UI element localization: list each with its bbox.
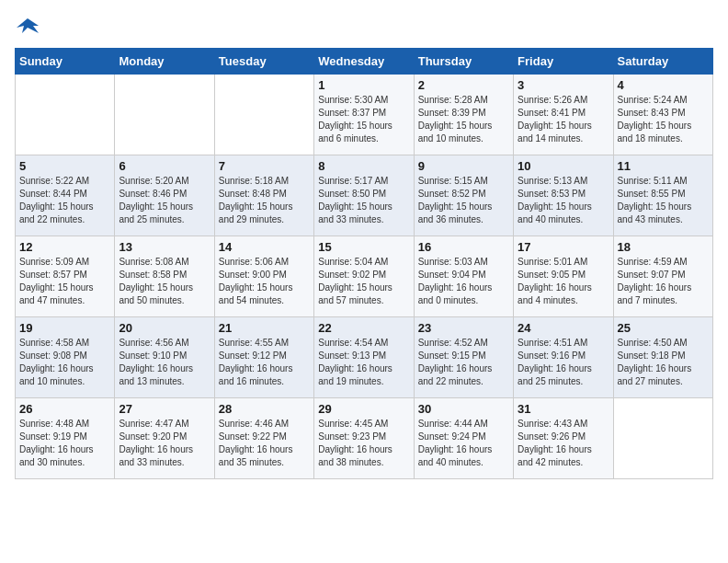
calendar-cell: 1Sunrise: 5:30 AM Sunset: 8:37 PM Daylig…	[314, 75, 414, 155]
day-number: 11	[618, 159, 709, 173]
col-header-tuesday: Tuesday	[214, 49, 313, 75]
day-info: Sunrise: 5:04 AM Sunset: 9:02 PM Dayligh…	[318, 256, 409, 307]
day-info: Sunrise: 4:55 AM Sunset: 9:12 PM Dayligh…	[219, 337, 310, 388]
day-info: Sunrise: 5:24 AM Sunset: 8:43 PM Dayligh…	[618, 94, 709, 145]
day-number: 26	[19, 402, 110, 416]
day-info: Sunrise: 5:22 AM Sunset: 8:44 PM Dayligh…	[19, 175, 110, 226]
day-number: 6	[119, 159, 210, 173]
day-info: Sunrise: 4:52 AM Sunset: 9:15 PM Dayligh…	[418, 337, 509, 388]
day-number: 22	[318, 321, 409, 335]
calendar-cell: 8Sunrise: 5:17 AM Sunset: 8:50 PM Daylig…	[314, 155, 414, 236]
day-number: 21	[219, 321, 310, 335]
col-header-wednesday: Wednesday	[314, 49, 414, 75]
day-info: Sunrise: 5:18 AM Sunset: 8:48 PM Dayligh…	[219, 175, 310, 226]
week-row: 26Sunrise: 4:48 AM Sunset: 9:19 PM Dayli…	[16, 398, 713, 479]
logo-bird-icon	[15, 15, 40, 40]
day-info: Sunrise: 4:45 AM Sunset: 9:23 PM Dayligh…	[318, 418, 409, 469]
calendar-cell: 11Sunrise: 5:11 AM Sunset: 8:55 PM Dayli…	[613, 155, 712, 236]
calendar-cell: 5Sunrise: 5:22 AM Sunset: 8:44 PM Daylig…	[16, 155, 115, 236]
calendar-cell: 24Sunrise: 4:51 AM Sunset: 9:16 PM Dayli…	[514, 317, 613, 398]
calendar-cell: 21Sunrise: 4:55 AM Sunset: 9:12 PM Dayli…	[214, 317, 313, 398]
day-info: Sunrise: 5:15 AM Sunset: 8:52 PM Dayligh…	[418, 175, 509, 226]
calendar-cell: 30Sunrise: 4:44 AM Sunset: 9:24 PM Dayli…	[414, 398, 513, 479]
calendar-cell	[214, 75, 313, 155]
calendar-cell: 13Sunrise: 5:08 AM Sunset: 8:58 PM Dayli…	[115, 236, 214, 317]
day-number: 17	[518, 240, 609, 254]
calendar-cell: 7Sunrise: 5:18 AM Sunset: 8:48 PM Daylig…	[214, 155, 313, 236]
day-number: 7	[219, 159, 310, 173]
day-number: 3	[518, 78, 609, 92]
day-info: Sunrise: 5:11 AM Sunset: 8:55 PM Dayligh…	[618, 175, 709, 226]
col-header-sunday: Sunday	[16, 49, 115, 75]
day-info: Sunrise: 4:46 AM Sunset: 9:22 PM Dayligh…	[219, 418, 310, 469]
day-info: Sunrise: 4:58 AM Sunset: 9:08 PM Dayligh…	[19, 337, 110, 388]
col-header-saturday: Saturday	[613, 49, 712, 75]
day-number: 20	[119, 321, 210, 335]
calendar-cell: 14Sunrise: 5:06 AM Sunset: 9:00 PM Dayli…	[214, 236, 313, 317]
day-info: Sunrise: 5:20 AM Sunset: 8:46 PM Dayligh…	[119, 175, 210, 226]
header-row: SundayMondayTuesdayWednesdayThursdayFrid…	[16, 49, 713, 75]
day-info: Sunrise: 5:08 AM Sunset: 8:58 PM Dayligh…	[119, 256, 210, 307]
day-info: Sunrise: 4:56 AM Sunset: 9:10 PM Dayligh…	[119, 337, 210, 388]
day-number: 2	[418, 78, 509, 92]
day-info: Sunrise: 4:48 AM Sunset: 9:19 PM Dayligh…	[19, 418, 110, 469]
calendar-cell: 25Sunrise: 4:50 AM Sunset: 9:18 PM Dayli…	[613, 317, 712, 398]
calendar-cell: 29Sunrise: 4:45 AM Sunset: 9:23 PM Dayli…	[314, 398, 414, 479]
day-info: Sunrise: 5:30 AM Sunset: 8:37 PM Dayligh…	[318, 94, 409, 145]
calendar-cell: 26Sunrise: 4:48 AM Sunset: 9:19 PM Dayli…	[16, 398, 115, 479]
day-info: Sunrise: 5:01 AM Sunset: 9:05 PM Dayligh…	[518, 256, 609, 307]
week-row: 5Sunrise: 5:22 AM Sunset: 8:44 PM Daylig…	[16, 155, 713, 236]
day-number: 23	[418, 321, 509, 335]
day-number: 4	[618, 78, 709, 92]
day-number: 16	[418, 240, 509, 254]
day-info: Sunrise: 4:50 AM Sunset: 9:18 PM Dayligh…	[618, 337, 709, 388]
calendar-cell: 28Sunrise: 4:46 AM Sunset: 9:22 PM Dayli…	[214, 398, 313, 479]
calendar-cell: 23Sunrise: 4:52 AM Sunset: 9:15 PM Dayli…	[414, 317, 513, 398]
day-info: Sunrise: 4:43 AM Sunset: 9:26 PM Dayligh…	[518, 418, 609, 469]
calendar-cell: 27Sunrise: 4:47 AM Sunset: 9:20 PM Dayli…	[115, 398, 214, 479]
calendar-cell: 12Sunrise: 5:09 AM Sunset: 8:57 PM Dayli…	[16, 236, 115, 317]
day-info: Sunrise: 4:44 AM Sunset: 9:24 PM Dayligh…	[418, 418, 509, 469]
calendar-cell: 6Sunrise: 5:20 AM Sunset: 8:46 PM Daylig…	[115, 155, 214, 236]
svg-marker-0	[17, 18, 39, 33]
calendar-cell: 19Sunrise: 4:58 AM Sunset: 9:08 PM Dayli…	[16, 317, 115, 398]
day-number: 29	[318, 402, 409, 416]
day-number: 1	[318, 78, 409, 92]
week-row: 19Sunrise: 4:58 AM Sunset: 9:08 PM Dayli…	[16, 317, 713, 398]
day-info: Sunrise: 4:59 AM Sunset: 9:07 PM Dayligh…	[618, 256, 709, 307]
header	[15, 15, 713, 40]
day-number: 12	[19, 240, 110, 254]
day-info: Sunrise: 5:13 AM Sunset: 8:53 PM Dayligh…	[518, 175, 609, 226]
calendar-cell	[16, 75, 115, 155]
day-number: 5	[19, 159, 110, 173]
calendar-cell: 15Sunrise: 5:04 AM Sunset: 9:02 PM Dayli…	[314, 236, 414, 317]
logo	[15, 15, 44, 40]
col-header-thursday: Thursday	[414, 49, 513, 75]
calendar-cell: 17Sunrise: 5:01 AM Sunset: 9:05 PM Dayli…	[514, 236, 613, 317]
day-number: 8	[318, 159, 409, 173]
calendar-cell: 4Sunrise: 5:24 AM Sunset: 8:43 PM Daylig…	[613, 75, 712, 155]
day-info: Sunrise: 5:28 AM Sunset: 8:39 PM Dayligh…	[418, 94, 509, 145]
calendar-cell: 31Sunrise: 4:43 AM Sunset: 9:26 PM Dayli…	[514, 398, 613, 479]
day-number: 19	[19, 321, 110, 335]
calendar-cell: 3Sunrise: 5:26 AM Sunset: 8:41 PM Daylig…	[514, 75, 613, 155]
day-number: 9	[418, 159, 509, 173]
day-number: 24	[518, 321, 609, 335]
day-number: 25	[618, 321, 709, 335]
calendar-cell	[115, 75, 214, 155]
calendar-cell: 16Sunrise: 5:03 AM Sunset: 9:04 PM Dayli…	[414, 236, 513, 317]
day-number: 15	[318, 240, 409, 254]
day-number: 28	[219, 402, 310, 416]
day-info: Sunrise: 4:47 AM Sunset: 9:20 PM Dayligh…	[119, 418, 210, 469]
day-info: Sunrise: 5:09 AM Sunset: 8:57 PM Dayligh…	[19, 256, 110, 307]
day-number: 14	[219, 240, 310, 254]
day-number: 31	[518, 402, 609, 416]
day-info: Sunrise: 4:54 AM Sunset: 9:13 PM Dayligh…	[318, 337, 409, 388]
day-info: Sunrise: 5:03 AM Sunset: 9:04 PM Dayligh…	[418, 256, 509, 307]
calendar-table: SundayMondayTuesdayWednesdayThursdayFrid…	[15, 48, 713, 479]
calendar-cell: 9Sunrise: 5:15 AM Sunset: 8:52 PM Daylig…	[414, 155, 513, 236]
calendar-cell: 10Sunrise: 5:13 AM Sunset: 8:53 PM Dayli…	[514, 155, 613, 236]
calendar-cell: 20Sunrise: 4:56 AM Sunset: 9:10 PM Dayli…	[115, 317, 214, 398]
day-info: Sunrise: 5:06 AM Sunset: 9:00 PM Dayligh…	[219, 256, 310, 307]
calendar-cell	[613, 398, 712, 479]
